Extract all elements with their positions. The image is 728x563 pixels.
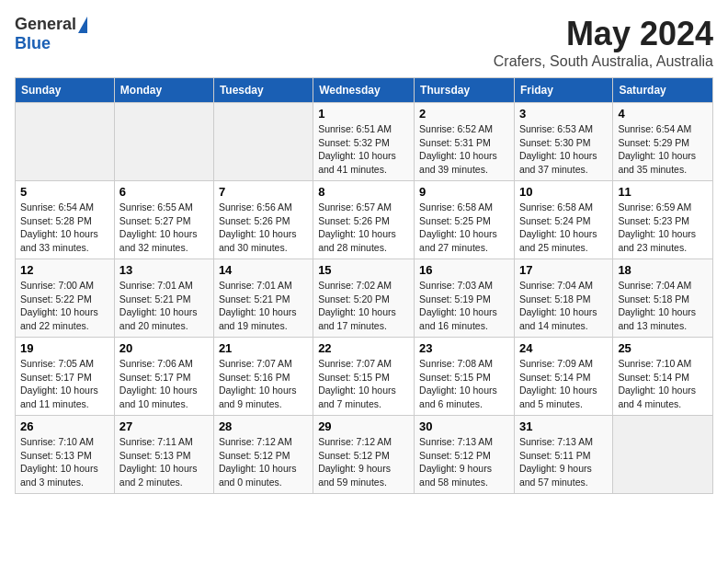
weekday-header-saturday: Saturday <box>613 78 713 103</box>
calendar-cell: 24Sunrise: 7:09 AMSunset: 5:14 PMDayligh… <box>514 338 612 416</box>
calendar-cell: 28Sunrise: 7:12 AMSunset: 5:12 PMDayligh… <box>213 416 313 494</box>
day-number: 14 <box>219 263 308 277</box>
day-number: 13 <box>119 263 209 277</box>
logo-triangle-icon <box>78 17 87 33</box>
calendar-cell: 11Sunrise: 6:59 AMSunset: 5:23 PMDayligh… <box>613 181 713 259</box>
weekday-header-monday: Monday <box>114 78 213 103</box>
day-info: Sunrise: 6:53 AMSunset: 5:30 PMDaylight:… <box>519 122 608 177</box>
day-number: 7 <box>219 185 308 199</box>
calendar-cell <box>16 103 115 181</box>
day-info: Sunrise: 7:01 AMSunset: 5:21 PMDaylight:… <box>119 279 209 333</box>
logo-general-text: General <box>15 15 76 34</box>
calendar-cell: 1Sunrise: 6:51 AMSunset: 5:32 PMDaylight… <box>313 103 415 181</box>
day-info: Sunrise: 7:06 AMSunset: 5:17 PMDaylight:… <box>119 357 209 411</box>
weekday-header-thursday: Thursday <box>415 78 515 103</box>
day-info: Sunrise: 7:01 AMSunset: 5:21 PMDaylight:… <box>219 279 308 333</box>
day-number: 20 <box>119 341 209 355</box>
calendar-cell: 10Sunrise: 6:58 AMSunset: 5:24 PMDayligh… <box>514 181 612 259</box>
day-number: 9 <box>419 185 509 199</box>
calendar-cell: 9Sunrise: 6:58 AMSunset: 5:25 PMDaylight… <box>415 181 515 259</box>
day-info: Sunrise: 7:04 AMSunset: 5:18 PMDaylight:… <box>519 279 608 333</box>
calendar-cell: 2Sunrise: 6:52 AMSunset: 5:31 PMDaylight… <box>415 103 515 181</box>
calendar-cell: 12Sunrise: 7:00 AMSunset: 5:22 PMDayligh… <box>16 259 115 338</box>
day-number: 11 <box>618 185 708 199</box>
day-info: Sunrise: 6:54 AMSunset: 5:29 PMDaylight:… <box>618 122 708 177</box>
weekday-header-friday: Friday <box>514 78 612 103</box>
day-info: Sunrise: 7:09 AMSunset: 5:14 PMDaylight:… <box>519 357 608 411</box>
calendar-cell: 20Sunrise: 7:06 AMSunset: 5:17 PMDayligh… <box>114 338 213 416</box>
calendar-cell: 7Sunrise: 6:56 AMSunset: 5:26 PMDaylight… <box>213 181 313 259</box>
day-number: 19 <box>20 341 109 355</box>
calendar-location: Crafers, South Australia, Australia <box>494 53 713 70</box>
day-number: 29 <box>318 419 409 433</box>
calendar-cell: 14Sunrise: 7:01 AMSunset: 5:21 PMDayligh… <box>213 259 313 338</box>
calendar-cell: 6Sunrise: 6:55 AMSunset: 5:27 PMDaylight… <box>114 181 213 259</box>
day-number: 23 <box>419 341 509 355</box>
page-header: General Blue May 2024 Crafers, South Aus… <box>15 15 713 70</box>
calendar-cell: 31Sunrise: 7:13 AMSunset: 5:11 PMDayligh… <box>514 416 612 494</box>
weekday-header-sunday: Sunday <box>16 78 115 103</box>
calendar-cell: 21Sunrise: 7:07 AMSunset: 5:16 PMDayligh… <box>213 338 313 416</box>
day-info: Sunrise: 7:12 AMSunset: 5:12 PMDaylight:… <box>219 435 308 489</box>
weekday-header-wednesday: Wednesday <box>313 78 415 103</box>
calendar-cell: 16Sunrise: 7:03 AMSunset: 5:19 PMDayligh… <box>415 259 515 338</box>
day-info: Sunrise: 7:02 AMSunset: 5:20 PMDaylight:… <box>318 279 409 333</box>
day-info: Sunrise: 7:12 AMSunset: 5:12 PMDaylight:… <box>318 435 409 489</box>
day-number: 6 <box>119 185 209 199</box>
day-info: Sunrise: 6:52 AMSunset: 5:31 PMDaylight:… <box>419 122 509 177</box>
day-info: Sunrise: 7:13 AMSunset: 5:12 PMDaylight:… <box>419 435 509 489</box>
calendar-cell: 18Sunrise: 7:04 AMSunset: 5:18 PMDayligh… <box>613 259 713 338</box>
calendar-week-row: 12Sunrise: 7:00 AMSunset: 5:22 PMDayligh… <box>16 259 713 338</box>
calendar-cell: 8Sunrise: 6:57 AMSunset: 5:26 PMDaylight… <box>313 181 415 259</box>
weekday-header-tuesday: Tuesday <box>213 78 313 103</box>
day-info: Sunrise: 6:51 AMSunset: 5:32 PMDaylight:… <box>318 122 409 177</box>
calendar-cell: 3Sunrise: 6:53 AMSunset: 5:30 PMDaylight… <box>514 103 612 181</box>
day-info: Sunrise: 7:08 AMSunset: 5:15 PMDaylight:… <box>419 357 509 411</box>
calendar-week-row: 19Sunrise: 7:05 AMSunset: 5:17 PMDayligh… <box>16 338 713 416</box>
calendar-cell <box>213 103 313 181</box>
calendar-cell <box>613 416 713 494</box>
calendar-cell: 17Sunrise: 7:04 AMSunset: 5:18 PMDayligh… <box>514 259 612 338</box>
day-info: Sunrise: 7:05 AMSunset: 5:17 PMDaylight:… <box>20 357 109 411</box>
day-info: Sunrise: 7:07 AMSunset: 5:15 PMDaylight:… <box>318 357 409 411</box>
calendar-cell: 15Sunrise: 7:02 AMSunset: 5:20 PMDayligh… <box>313 259 415 338</box>
day-number: 21 <box>219 341 308 355</box>
day-number: 31 <box>519 419 608 433</box>
day-info: Sunrise: 6:56 AMSunset: 5:26 PMDaylight:… <box>219 201 308 255</box>
calendar-cell: 22Sunrise: 7:07 AMSunset: 5:15 PMDayligh… <box>313 338 415 416</box>
calendar-cell: 29Sunrise: 7:12 AMSunset: 5:12 PMDayligh… <box>313 416 415 494</box>
calendar-week-row: 5Sunrise: 6:54 AMSunset: 5:28 PMDaylight… <box>16 181 713 259</box>
calendar-cell: 5Sunrise: 6:54 AMSunset: 5:28 PMDaylight… <box>16 181 115 259</box>
calendar-cell: 25Sunrise: 7:10 AMSunset: 5:14 PMDayligh… <box>613 338 713 416</box>
day-info: Sunrise: 7:03 AMSunset: 5:19 PMDaylight:… <box>419 279 509 333</box>
day-number: 5 <box>20 185 109 199</box>
day-info: Sunrise: 7:13 AMSunset: 5:11 PMDaylight:… <box>519 435 608 489</box>
day-info: Sunrise: 6:58 AMSunset: 5:24 PMDaylight:… <box>519 201 608 255</box>
day-number: 4 <box>618 107 708 121</box>
calendar-week-row: 1Sunrise: 6:51 AMSunset: 5:32 PMDaylight… <box>16 103 713 181</box>
day-number: 24 <box>519 341 608 355</box>
calendar-week-row: 26Sunrise: 7:10 AMSunset: 5:13 PMDayligh… <box>16 416 713 494</box>
day-info: Sunrise: 7:04 AMSunset: 5:18 PMDaylight:… <box>618 279 708 333</box>
day-info: Sunrise: 7:10 AMSunset: 5:13 PMDaylight:… <box>20 435 109 489</box>
day-info: Sunrise: 7:11 AMSunset: 5:13 PMDaylight:… <box>119 435 209 489</box>
day-number: 30 <box>419 419 509 433</box>
day-number: 22 <box>318 341 409 355</box>
calendar-cell: 23Sunrise: 7:08 AMSunset: 5:15 PMDayligh… <box>415 338 515 416</box>
day-number: 2 <box>419 107 509 121</box>
calendar-cell: 30Sunrise: 7:13 AMSunset: 5:12 PMDayligh… <box>415 416 515 494</box>
day-number: 12 <box>20 263 109 277</box>
day-info: Sunrise: 6:54 AMSunset: 5:28 PMDaylight:… <box>20 201 109 255</box>
day-number: 3 <box>519 107 608 121</box>
day-info: Sunrise: 6:57 AMSunset: 5:26 PMDaylight:… <box>318 201 409 255</box>
day-number: 27 <box>119 419 209 433</box>
calendar-header-row: SundayMondayTuesdayWednesdayThursdayFrid… <box>16 78 713 103</box>
day-number: 17 <box>519 263 608 277</box>
calendar-cell: 27Sunrise: 7:11 AMSunset: 5:13 PMDayligh… <box>114 416 213 494</box>
day-info: Sunrise: 6:55 AMSunset: 5:27 PMDaylight:… <box>119 201 209 255</box>
day-number: 10 <box>519 185 608 199</box>
calendar-cell: 26Sunrise: 7:10 AMSunset: 5:13 PMDayligh… <box>16 416 115 494</box>
day-number: 16 <box>419 263 509 277</box>
day-info: Sunrise: 7:10 AMSunset: 5:14 PMDaylight:… <box>618 357 708 411</box>
calendar-cell: 4Sunrise: 6:54 AMSunset: 5:29 PMDaylight… <box>613 103 713 181</box>
